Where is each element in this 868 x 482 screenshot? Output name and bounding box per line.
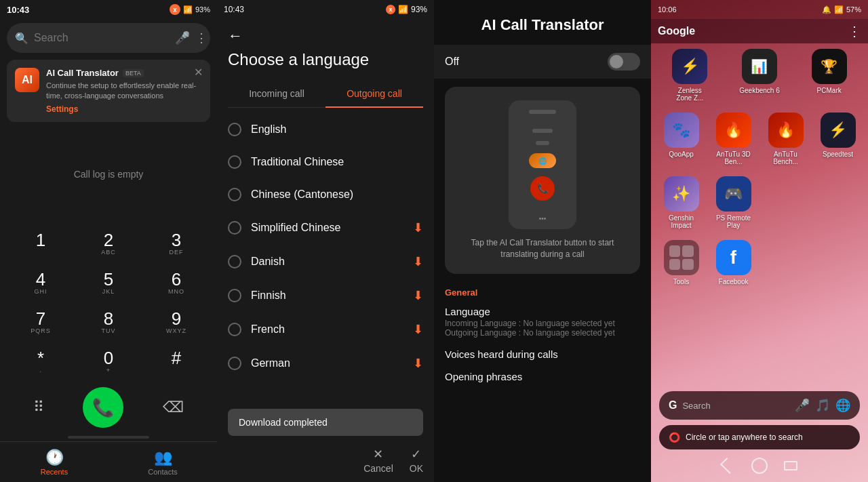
recents-icon: 🕐 [45, 449, 64, 466]
tab-incoming-call[interactable]: Incoming call [228, 80, 326, 107]
key-9[interactable]: 9WXYZ [142, 303, 210, 342]
phone-mock: 🌐 📞 ••• [509, 100, 576, 229]
circle-search-tooltip: ⭕ Circle or tap anywhere to search [659, 425, 860, 449]
key-star[interactable]: *. [7, 342, 75, 382]
lang-item-cantonese[interactable]: Chinese (Cantonese) [217, 178, 434, 211]
apps-row1: ⚡ Zenless Zone Z... 📊 Geekbench 6 🏆 PCMa… [651, 43, 868, 110]
radio-finnish[interactable] [228, 289, 241, 302]
lang-item-traditional-chinese[interactable]: Traditional Chinese [217, 146, 434, 178]
key-hash[interactable]: # [142, 342, 210, 382]
key-4[interactable]: 4GHI [7, 264, 75, 303]
notification-content: AI Call Translator BETA Continue the set… [46, 68, 202, 114]
call-button[interactable]: 📞 [83, 387, 123, 428]
section-general: General [434, 282, 651, 300]
backspace-icon[interactable]: ⌫ [163, 399, 184, 416]
notif-settings-link[interactable]: Settings [46, 104, 202, 114]
lang-item-english[interactable]: English [217, 113, 434, 146]
app-speedtest[interactable]: ⚡ Speedtest [816, 113, 860, 165]
toggle-switch[interactable] [608, 53, 640, 71]
key-1[interactable]: 1 [7, 224, 75, 264]
tab-outgoing-call[interactable]: Outgoing call [326, 80, 423, 107]
search-input[interactable] [34, 32, 170, 44]
app-label-genshin: Genshin Impact [661, 214, 702, 229]
app-genshin[interactable]: ✨ Genshin Impact [659, 176, 703, 229]
tab-recents[interactable]: 🕐 Recents [0, 442, 108, 482]
app-geekbench[interactable]: 📊 Geekbench 6 [729, 49, 791, 102]
key-6[interactable]: 6MNO [142, 264, 210, 303]
download-icon-german[interactable]: ⬇ [413, 356, 423, 371]
call-tabs: Incoming call Outgoing call [228, 80, 423, 108]
key-2[interactable]: 2ABC [75, 224, 142, 264]
more-icon[interactable]: ⋮ [195, 31, 208, 45]
nav-back-button[interactable] [720, 458, 736, 474]
lang-name-french: French [251, 323, 285, 336]
back-button[interactable]: ← [228, 27, 243, 45]
google-more-icon[interactable]: ⋮ [848, 23, 861, 39]
lang-name-finnish: Finnish [251, 289, 286, 302]
lang-item-danish[interactable]: Danish ⬇ [217, 245, 434, 279]
toast-download-complete: Download completed [228, 409, 423, 436]
radio-french[interactable] [228, 323, 241, 336]
ok-button[interactable]: ✓ OK [410, 447, 423, 474]
radio-danish[interactable] [228, 255, 241, 268]
search-mic-icon[interactable]: 🎤 [795, 398, 810, 413]
key-0[interactable]: 0+ [75, 342, 142, 382]
lang-item-german[interactable]: German ⬇ [217, 346, 434, 380]
status-bar-dialer: 10:43 x 📶 93% [0, 0, 217, 19]
app-tools[interactable]: Tools [659, 240, 703, 285]
panel-translator: AI Call Translator Off 🌐 📞 ••• Tap the A… [434, 0, 651, 482]
radio-simplified-chinese[interactable] [228, 221, 241, 235]
lang-item-finnish[interactable]: Finnish ⬇ [217, 279, 434, 313]
google-search-bubble[interactable]: G Search 🎤 🎵 🌐 [659, 391, 860, 420]
mic-icon[interactable]: 🎤 [175, 31, 190, 45]
app-qooapp[interactable]: 🐾 QooApp [659, 113, 703, 165]
download-icon-danish[interactable]: ⬇ [413, 254, 423, 269]
status-time-lang: 10:43 [224, 5, 244, 14]
pcmark-icon: 🏆 [812, 49, 847, 84]
download-icon-french[interactable]: ⬇ [413, 322, 423, 337]
app-label-zenless: Zenless Zone Z... [669, 87, 710, 102]
search-bar[interactable]: 🔍 🎤 ⋮ [7, 23, 210, 53]
notif-beta-label: BETA [123, 69, 144, 77]
search-translate-icon[interactable]: 🌐 [835, 398, 850, 413]
radio-english[interactable] [228, 123, 241, 136]
dialpad-apps-icon[interactable]: ⠿ [33, 399, 44, 416]
app-label-antutubench: AnTuTu Bench... [766, 150, 806, 165]
voices-row[interactable]: Voices heard during calls [434, 343, 651, 365]
radio-cantonese[interactable] [228, 188, 241, 201]
key-3[interactable]: 3DEF [142, 224, 210, 264]
key-8[interactable]: 8TUV [75, 303, 142, 342]
preview-caption: Tap the AI Call Translator button to sta… [458, 237, 627, 260]
search-music-icon[interactable]: 🎵 [815, 398, 830, 413]
cancel-button[interactable]: ✕ Cancel [363, 447, 393, 474]
app-antutubench[interactable]: 🔥 AnTuTu Bench... [764, 113, 808, 165]
nav-home-button[interactable] [751, 458, 768, 474]
toggle-label: Off [445, 56, 459, 68]
tab-contacts[interactable]: 👥 Contacts [108, 442, 217, 482]
download-icon-simplified[interactable]: ⬇ [413, 220, 423, 235]
app-zenless[interactable]: ⚡ Zenless Zone Z... [659, 49, 721, 102]
key-5[interactable]: 5JKL [75, 264, 142, 303]
lang-item-simplified-chinese[interactable]: Simplified Chinese ⬇ [217, 211, 434, 245]
end-call-btn-mock: 📞 [530, 176, 555, 201]
language-label: Language [445, 306, 640, 317]
opening-row[interactable]: Opening phrases [434, 365, 651, 388]
geekbench-icon: 📊 [742, 49, 777, 84]
home-spacer [651, 294, 868, 391]
app-facebook[interactable]: f Facebook [711, 240, 755, 285]
language-info-row[interactable]: Language Incoming Language : No language… [434, 300, 651, 343]
app-antutu3d[interactable]: 🔥 AnTuTu 3D Ben... [711, 113, 755, 165]
nav-recents-button[interactable] [784, 461, 797, 470]
dialpad-actions: ⠿ 📞 ⌫ [7, 382, 210, 436]
app-psremote[interactable]: 🎮 PS Remote Play [711, 176, 755, 229]
panel-language: 10:43 x 📶 93% ← Choose a language Incomi… [217, 0, 434, 482]
lang-item-french[interactable]: French ⬇ [217, 313, 434, 346]
status-time-home: 10:06 [658, 5, 677, 14]
close-notification-button[interactable]: ✕ [191, 65, 205, 79]
app-pcmark[interactable]: 🏆 PCMark [798, 49, 860, 102]
download-icon-finnish[interactable]: ⬇ [413, 288, 423, 303]
radio-traditional-chinese[interactable] [228, 155, 241, 169]
key-7[interactable]: 7PQRS [7, 303, 75, 342]
radio-german[interactable] [228, 357, 241, 370]
zenless-icon: ⚡ [672, 49, 707, 84]
